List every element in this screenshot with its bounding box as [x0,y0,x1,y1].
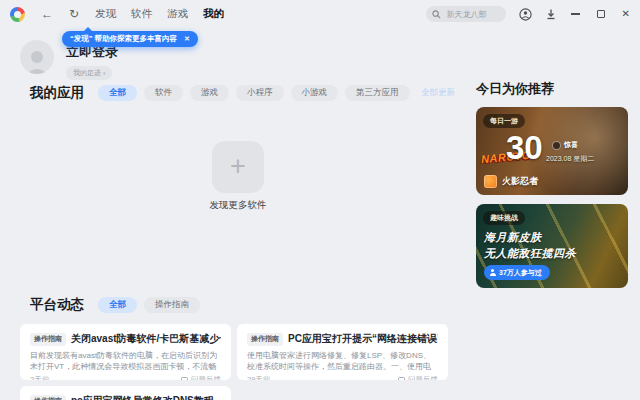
main-nav: 发现 软件 游戏 我的 [95,7,224,21]
avatar[interactable] [20,40,54,74]
refresh-icon[interactable]: ↻ [69,8,79,20]
platform-news-section: 平台动态 全部 操作指南 操作指南 关闭avast防毒软件/卡巴斯基减少卡顿现象… [20,296,448,400]
daily-game-badge: 每日一游 [483,114,525,128]
news-grid: 操作指南 关闭avast防毒软件/卡巴斯基减少卡顿现象 目前发现装有avast防… [20,324,448,400]
feedback-link[interactable]: 问题反馈 [398,375,438,380]
search-icon [432,10,441,19]
people-icon [489,269,496,276]
news-tab-guide[interactable]: 操作指南 [144,297,200,313]
news-body: 使用电脑管家进行网络修复、修复LSP、修改DNS、校准系统时间等操作，然后重启路… [247,351,438,372]
filter-all[interactable]: 全部 [98,85,137,101]
daily-tag-label: 惊喜 [564,140,578,150]
participants-pill: 37万人参与过 [484,265,550,280]
news-card[interactable]: 操作指南 PC应用宝打开提示“网络连接错误” 使用电脑管家进行网络修复、修复LS… [237,324,448,380]
challenge-line1: 海月新皮肤 [484,230,542,245]
app-logo-icon [10,7,25,22]
news-badge: 操作指南 [247,333,283,346]
user-account-icon[interactable] [519,8,532,21]
maximize-icon[interactable] [597,10,605,18]
news-title: pc应用宝网络异常修改DNS教程 [71,394,214,400]
daily-game-name: 火影忍者 [502,175,538,188]
news-body: 目前发现装有avast防毒软件的电脑，在启动后识别为未打开VT，此种情况会导致模… [30,351,221,372]
discover-tooltip: “发现” 帮助你探索更多丰富内容 ✕ [62,31,198,47]
close-window-icon[interactable]: ✕ [622,9,630,19]
minimize-icon[interactable] [571,13,580,15]
platform-news-header: 平台动态 全部 操作指南 [20,296,448,314]
news-title: PC应用宝打开提示“网络连接错误” [288,332,438,346]
daily-tag-row: 惊喜 [552,140,578,150]
feedback-icon [181,377,188,380]
news-badge: 操作指南 [30,395,66,400]
news-time: 29天前 [247,375,270,380]
platform-news-title: 平台动态 [30,296,84,314]
daily-game-row: 火影忍者 [484,175,538,188]
window-controls: ✕ [571,9,630,19]
news-card[interactable]: 操作指南 关闭avast防毒软件/卡巴斯基减少卡顿现象 目前发现装有avast防… [20,324,231,380]
discover-more-button[interactable]: + [212,141,264,193]
recommend-column: 今日为你推荐 每日一游 NARUTO 30 惊喜 2023.08 星期二 火影忍… [476,80,628,288]
filter-software[interactable]: 软件 [144,85,183,101]
tab-mine[interactable]: 我的 [203,7,224,21]
filter-thirdparty[interactable]: 第三方应用 [345,85,410,101]
daily-game-card[interactable]: 每日一游 NARUTO 30 惊喜 2023.08 星期二 火影忍者 [476,107,628,195]
plus-icon: + [230,153,246,180]
title-bar: ← ↻ 发现 软件 游戏 我的 ✕ [0,0,640,28]
footprints-link[interactable]: 我的足迹 › [66,66,112,80]
avatar-placeholder-icon [23,48,51,74]
feedback-label: 问题反馈 [191,375,221,380]
footprints-label: 我的足迹 [73,68,101,78]
news-card[interactable]: 操作指南 pc应用宝网络异常修改DNS教程 [20,386,231,400]
my-apps-title: 我的应用 [30,84,84,102]
search-box[interactable] [426,6,506,22]
chevron-right-icon: › [103,70,105,77]
filter-miniprograms[interactable]: 小程序 [236,85,284,101]
challenge-badge: 趣味挑战 [483,211,525,225]
tab-software[interactable]: 软件 [131,7,152,21]
feedback-label: 问题反馈 [408,375,438,380]
news-badge: 操作指南 [30,333,66,346]
recommend-title: 今日为你推荐 [476,80,628,98]
filter-games[interactable]: 游戏 [190,85,229,101]
calendar-date: 2023.08 星期二 [546,154,594,164]
challenge-line2: 无人能敌狂揽四杀 [484,246,576,261]
discover-more-label: 发现更多软件 [178,199,298,212]
update-all-link[interactable]: 全部更新 [421,87,455,99]
tooltip-text: “发现” 帮助你探索更多丰富内容 [70,34,177,44]
calendar-day-number: 30 [506,131,543,164]
filter-minigames[interactable]: 小游戏 [291,85,339,101]
tooltip-close-icon[interactable]: ✕ [184,35,190,43]
participants-count: 37万人参与过 [499,268,542,278]
challenge-card[interactable]: 趣味挑战 海月新皮肤 无人能敌狂揽四杀 37万人参与过 [476,204,628,288]
naruto-game-icon [484,175,497,188]
news-time: 2天前 [30,375,49,380]
news-tab-all[interactable]: 全部 [98,297,137,313]
download-manager-icon[interactable] [545,8,557,20]
feedback-link[interactable]: 问题反馈 [181,375,221,380]
feedback-icon [398,377,405,380]
my-apps-header: 我的应用 全部 软件 游戏 小程序 小游戏 第三方应用 全部更新 [30,84,455,102]
tab-games[interactable]: 游戏 [167,7,188,21]
tag-circle-icon [552,141,561,150]
search-input[interactable] [445,9,500,20]
tab-discover[interactable]: 发现 [95,7,116,21]
news-title: 关闭avast防毒软件/卡巴斯基减少卡顿现象 [71,332,221,346]
back-icon[interactable]: ← [41,8,53,20]
